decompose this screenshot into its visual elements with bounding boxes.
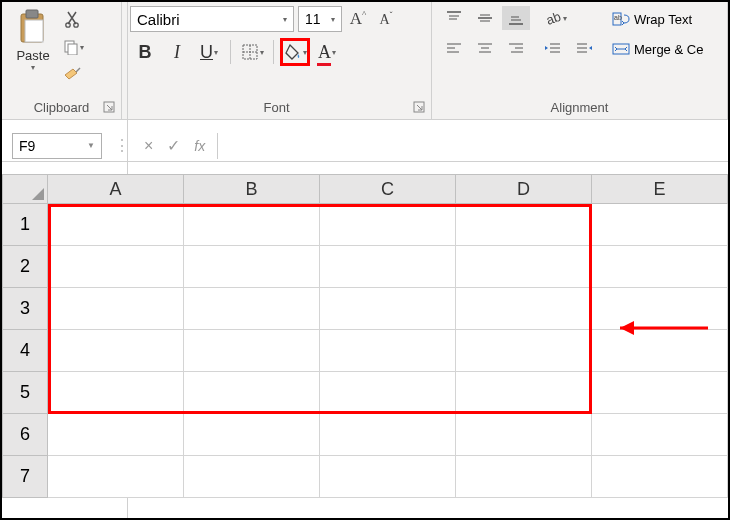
- cell[interactable]: [184, 330, 320, 372]
- cell[interactable]: [184, 204, 320, 246]
- fx-icon[interactable]: fx: [194, 138, 205, 154]
- cell[interactable]: [592, 372, 728, 414]
- cell[interactable]: [48, 288, 184, 330]
- row-header[interactable]: 4: [2, 330, 48, 372]
- orientation-button[interactable]: ab▾: [541, 6, 569, 30]
- row-header[interactable]: 6: [2, 414, 48, 456]
- cell[interactable]: [456, 372, 592, 414]
- copy-button[interactable]: ▾: [60, 36, 86, 58]
- clipboard-group: Paste ▾ ▾ Clipboard: [2, 2, 122, 119]
- cell[interactable]: [48, 246, 184, 288]
- row-header[interactable]: 5: [2, 372, 48, 414]
- paste-label[interactable]: Paste: [16, 48, 49, 63]
- font-color-button[interactable]: A▾: [312, 38, 342, 66]
- borders-button[interactable]: ▾: [237, 38, 267, 66]
- cell[interactable]: [456, 330, 592, 372]
- align-center-button[interactable]: [471, 36, 499, 60]
- bold-button[interactable]: B: [130, 38, 160, 66]
- cell[interactable]: [184, 372, 320, 414]
- cell[interactable]: [184, 246, 320, 288]
- cell[interactable]: [456, 246, 592, 288]
- column-header[interactable]: B: [184, 174, 320, 204]
- chevron-down-icon[interactable]: ▾: [31, 63, 35, 72]
- align-top-button[interactable]: [440, 6, 468, 30]
- cell[interactable]: [48, 330, 184, 372]
- cell[interactable]: [456, 414, 592, 456]
- cell[interactable]: [456, 456, 592, 498]
- column-header[interactable]: D: [456, 174, 592, 204]
- enter-formula-icon[interactable]: ✓: [167, 136, 180, 155]
- align-left-button[interactable]: [440, 36, 468, 60]
- column-header[interactable]: A: [48, 174, 184, 204]
- cell[interactable]: [320, 372, 456, 414]
- alignment-group: ab▾ abWrap Text Merge & Ce Alignment: [432, 2, 728, 119]
- font-size-selector[interactable]: 11▾: [298, 6, 342, 32]
- name-box[interactable]: F9▼: [12, 133, 102, 159]
- cell[interactable]: [48, 414, 184, 456]
- row-header[interactable]: 2: [2, 246, 48, 288]
- format-painter-button[interactable]: [60, 64, 86, 86]
- cell[interactable]: [184, 414, 320, 456]
- clipboard-group-label: Clipboard: [10, 98, 113, 117]
- row-header[interactable]: 3: [2, 288, 48, 330]
- select-all-corner[interactable]: [2, 174, 48, 204]
- align-bottom-button[interactable]: [502, 6, 530, 30]
- cell[interactable]: [48, 372, 184, 414]
- wrap-text-button[interactable]: abWrap Text: [612, 6, 703, 32]
- decrease-indent-button[interactable]: [539, 36, 567, 60]
- arrow-annotation: [600, 316, 710, 340]
- row-header[interactable]: 1: [2, 204, 48, 246]
- row-header[interactable]: 7: [2, 456, 48, 498]
- font-group-label: Font: [130, 98, 423, 117]
- cell[interactable]: [48, 456, 184, 498]
- cell[interactable]: [320, 288, 456, 330]
- dialog-launcher-icon[interactable]: [103, 101, 117, 115]
- svg-rect-2: [25, 20, 43, 42]
- svg-text:ab: ab: [614, 14, 622, 21]
- svg-text:ab: ab: [544, 9, 562, 27]
- cell[interactable]: [592, 456, 728, 498]
- alignment-group-label: Alignment: [440, 98, 719, 117]
- cut-button[interactable]: [60, 8, 86, 30]
- underline-button[interactable]: U▾: [194, 38, 224, 66]
- cell[interactable]: [320, 246, 456, 288]
- cell[interactable]: [456, 204, 592, 246]
- cancel-formula-icon[interactable]: ×: [144, 137, 153, 155]
- dialog-launcher-icon[interactable]: [413, 101, 427, 115]
- font-name-selector[interactable]: Calibri▾: [130, 6, 294, 32]
- cell[interactable]: [320, 204, 456, 246]
- italic-button[interactable]: I: [162, 38, 192, 66]
- cell[interactable]: [592, 204, 728, 246]
- cell[interactable]: [320, 330, 456, 372]
- cell[interactable]: [456, 288, 592, 330]
- decrease-font-button[interactable]: Aˇ: [374, 11, 398, 28]
- column-header[interactable]: C: [320, 174, 456, 204]
- align-right-button[interactable]: [502, 36, 530, 60]
- cell[interactable]: [320, 414, 456, 456]
- cell[interactable]: [184, 456, 320, 498]
- column-header[interactable]: E: [592, 174, 728, 204]
- svg-rect-1: [26, 10, 38, 18]
- cell[interactable]: [592, 246, 728, 288]
- merge-center-button[interactable]: Merge & Ce: [612, 36, 703, 62]
- formula-bar-row: F9▼ ⋮ × ✓ fx: [2, 130, 728, 162]
- cell[interactable]: [48, 204, 184, 246]
- cell[interactable]: [184, 288, 320, 330]
- svg-rect-6: [68, 44, 77, 55]
- increase-indent-button[interactable]: [570, 36, 598, 60]
- fill-color-button[interactable]: ▾: [280, 38, 310, 66]
- paste-icon[interactable]: [15, 6, 51, 48]
- font-group: Calibri▾ 11▾ A^ Aˇ B I U▾ ▾ ▾ A▾ Font: [122, 2, 432, 119]
- cell[interactable]: [320, 456, 456, 498]
- align-middle-button[interactable]: [471, 6, 499, 30]
- increase-font-button[interactable]: A^: [346, 9, 370, 29]
- cell[interactable]: [592, 414, 728, 456]
- formula-bar[interactable]: [217, 133, 728, 159]
